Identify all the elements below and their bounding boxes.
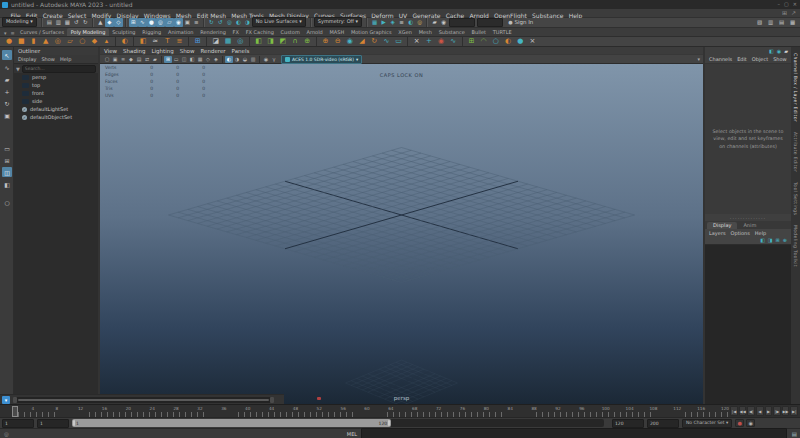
layout-persp-outliner[interactable]: ◫ (2, 167, 12, 177)
shelf-tab-sculpting[interactable]: Sculpting (109, 28, 139, 36)
snap-view-plane-icon[interactable]: ▱ (165, 18, 174, 27)
move-layer-down-icon[interactable]: ◨ (768, 237, 773, 243)
lock-camera-icon[interactable]: ▣ (111, 56, 119, 63)
sidebar-tab-modeling-toolkit[interactable]: Modeling Toolkit (793, 225, 798, 267)
sign-in-button[interactable]: ●Sign In (508, 19, 533, 25)
sidebar-tab-channel-box-layer-editor[interactable]: Channel Box / Layer Editor (793, 53, 798, 122)
uv-editor-icon[interactable]: ⊞ (193, 37, 202, 46)
channel-box-menu-channels[interactable]: Channels (709, 56, 732, 62)
shelf-tab-curves-surfaces[interactable]: Curves / Surfaces (17, 28, 68, 36)
shelf-tab-substance[interactable]: Substance (435, 28, 468, 36)
snap-to-curve-icon[interactable]: ∿ (138, 18, 147, 27)
outliner-menu-display[interactable]: Display (18, 56, 36, 62)
toggle-attribute-editor-icon[interactable]: ▥ (766, 18, 775, 27)
project-curve-icon[interactable]: ∿ (382, 37, 391, 46)
shelf-tab-fx-caching[interactable]: FX Caching (242, 28, 277, 36)
channel-edit-pencil-icon[interactable]: ▰ (784, 48, 788, 54)
layer-list[interactable] (705, 245, 791, 404)
save-scene-icon[interactable]: ▦ (63, 18, 72, 27)
select-component-icon[interactable]: ◇ (114, 18, 123, 27)
channel-box-menu-object[interactable]: Object (752, 56, 768, 62)
gate-mask-icon[interactable]: ◧ (188, 56, 196, 63)
sculpt-tool-icon[interactable]: ◐ (120, 37, 129, 46)
layer-tab-display[interactable]: Display (707, 222, 737, 230)
hypershade-icon[interactable]: ◐ (406, 18, 415, 27)
symmetry-selector[interactable]: Symmetry: Off ▾ (314, 17, 362, 27)
viewport-menu-renderer[interactable]: Renderer (200, 48, 225, 54)
play-backwards-button[interactable]: ◀ (756, 406, 764, 416)
layer-menu-layers[interactable]: Layers (709, 230, 726, 236)
paint-select-tool[interactable]: ▰ (2, 74, 12, 84)
character-set-selector[interactable]: No Character Set ▾ (682, 419, 732, 428)
boolean-difference-icon[interactable]: ◨ (266, 37, 275, 46)
crease-tool-icon[interactable]: ◢ (357, 37, 366, 46)
poly-platonic-icon[interactable]: ◆ (90, 37, 99, 46)
paint-effects-icon[interactable]: ▰ (430, 18, 439, 27)
poly-disc-icon[interactable]: ○ (78, 37, 87, 46)
new-scene-icon[interactable]: ▤ (45, 18, 54, 27)
render-settings-icon[interactable]: ≡ (397, 18, 406, 27)
auto-keyframe-icon[interactable]: ● (735, 419, 744, 427)
step-forward-frame-button[interactable]: |▶ (773, 406, 781, 416)
toon-shader-icon[interactable]: ◉ (439, 18, 448, 27)
extrude-tool-icon[interactable]: ⊕ (303, 37, 312, 46)
live-surface-selector[interactable]: No Live Surfaces ▾ (252, 17, 306, 27)
outliner-search-input[interactable] (22, 65, 96, 73)
reflection-icon[interactable]: ◑ (243, 18, 252, 27)
toggle-channel-box-icon[interactable]: ▦ (788, 18, 797, 27)
close-icon[interactable]: ✕ (793, 0, 797, 9)
filter-icon[interactable]: ▼ (16, 66, 20, 72)
delete-history-icon[interactable]: × (528, 37, 537, 46)
highlight-affected-icon[interactable]: ≡ (192, 18, 201, 27)
lattice-tool-icon[interactable]: ⊞ (467, 37, 476, 46)
xray-joints-icon[interactable]: ◒ (241, 56, 249, 63)
resolution-gate-icon[interactable]: ◫ (180, 56, 188, 63)
redo-icon[interactable]: ↻ (81, 18, 90, 27)
exposure-icon[interactable]: ◉ (262, 56, 270, 63)
step-back-key-button[interactable]: ◀◀ (739, 406, 747, 416)
xray-icon[interactable]: ◑ (233, 56, 241, 63)
go-to-end-button[interactable]: ▶| (790, 406, 798, 416)
maximize-icon[interactable]: ▢ (784, 0, 789, 9)
select-tool[interactable]: ↖ (2, 50, 12, 60)
scroll-left-arrow-icon[interactable] (13, 397, 17, 403)
isolate-select-toggle-icon[interactable]: ▥ (249, 56, 257, 63)
select-object-icon[interactable]: ◆ (105, 18, 114, 27)
create-empty-layer-icon[interactable]: ⊞ (776, 237, 780, 243)
outliner-menu-show[interactable]: Show (41, 56, 55, 62)
viewport-menu-panels[interactable]: Panels (232, 48, 250, 54)
select-camera-icon[interactable]: ▢ (103, 56, 111, 63)
snap-to-point-icon[interactable]: ● (147, 18, 156, 27)
channel-speed-mode-icon[interactable]: ◉ (777, 48, 781, 54)
separate-mesh-icon[interactable]: ⊖ (333, 37, 342, 46)
toggle-tool-settings-icon[interactable]: ▤ (777, 18, 786, 27)
animation-start-field[interactable]: 1 (2, 419, 34, 428)
move-layer-up-icon[interactable]: ◧ (760, 237, 765, 243)
channel-box-menu-show[interactable]: Show (773, 56, 787, 62)
target-weld-icon[interactable]: ◉ (437, 37, 446, 46)
animation-preferences-icon[interactable]: ◉ (746, 419, 755, 427)
render-current-frame-icon[interactable]: ▶ (379, 18, 388, 27)
layout-hypershade-persp[interactable]: ◧ (2, 179, 12, 189)
grease-pencil-icon[interactable]: ▰ (151, 56, 159, 63)
smooth-tool-icon[interactable]: ◉ (345, 37, 354, 46)
make-live-icon[interactable]: ◉ (174, 18, 183, 27)
scroll-right-arrow-icon[interactable] (270, 397, 274, 403)
quad-draw-icon[interactable]: ▭ (394, 37, 403, 46)
lasso-tool[interactable]: ∿ (2, 62, 12, 72)
shelf-tab-motion-graphics[interactable]: Motion Graphics (348, 28, 395, 36)
poly-cylinder-icon[interactable]: ▮ (29, 37, 38, 46)
highlight-selection-icon[interactable]: ◐ (225, 56, 233, 63)
shelf-tab-rigging[interactable]: Rigging (139, 28, 165, 36)
step-back-frame-button[interactable]: ◀| (747, 406, 755, 416)
mel-command-input[interactable] (361, 428, 787, 438)
outliner-item-top[interactable]: top (14, 81, 98, 89)
cluster-tool-icon[interactable]: ● (516, 37, 525, 46)
script-editor-icon[interactable]: ▤ (792, 431, 797, 437)
time-slider-track[interactable]: 4812162024283236404448525660646872768084… (12, 406, 728, 417)
rotate-tool[interactable]: ↻ (2, 98, 12, 108)
isolate-select-icon[interactable]: ◪ (211, 37, 220, 46)
animation-end-field[interactable]: 200 (647, 419, 679, 428)
play-forwards-button[interactable]: ▶ (765, 406, 773, 416)
gamma-icon[interactable]: γ (270, 56, 278, 63)
